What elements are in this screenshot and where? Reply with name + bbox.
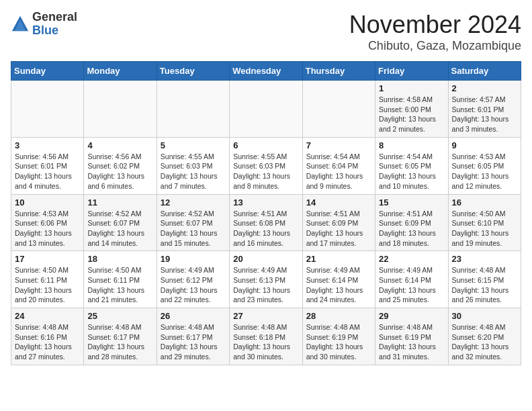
calendar-cell [11,81,84,138]
logo-text: General Blue [32,11,77,38]
day-number: 20 [233,254,298,264]
header-row: SundayMondayTuesdayWednesdayThursdayFrid… [11,62,521,81]
day-info: Sunrise: 4:48 AM Sunset: 6:17 PM Dayligh… [87,322,152,362]
day-info: Sunrise: 4:52 AM Sunset: 6:07 PM Dayligh… [87,209,152,248]
calendar-cell: 9Sunrise: 4:53 AM Sunset: 6:05 PM Daylig… [448,137,521,194]
calendar-cell: 8Sunrise: 4:54 AM Sunset: 6:05 PM Daylig… [375,137,448,194]
calendar-row: 24Sunrise: 4:48 AM Sunset: 6:16 PM Dayli… [11,308,521,365]
day-info: Sunrise: 4:55 AM Sunset: 6:03 PM Dayligh… [233,152,298,191]
day-number: 4 [87,140,152,150]
day-info: Sunrise: 4:48 AM Sunset: 6:16 PM Dayligh… [15,322,80,362]
day-info: Sunrise: 4:51 AM Sunset: 6:09 PM Dayligh… [379,209,444,248]
calendar-cell: 14Sunrise: 4:51 AM Sunset: 6:09 PM Dayli… [302,194,375,251]
calendar-cell: 24Sunrise: 4:48 AM Sunset: 6:16 PM Dayli… [11,308,84,365]
calendar-cell: 21Sunrise: 4:49 AM Sunset: 6:14 PM Dayli… [302,251,375,308]
calendar-row: 17Sunrise: 4:50 AM Sunset: 6:11 PM Dayli… [11,251,521,308]
day-number: 9 [452,140,517,150]
day-info: Sunrise: 4:54 AM Sunset: 6:04 PM Dayligh… [306,152,371,191]
logo-general: General [32,11,77,24]
location-title: Chibuto, Gaza, Mozambique [349,39,521,53]
day-number: 27 [233,311,298,321]
calendar-cell: 12Sunrise: 4:52 AM Sunset: 6:07 PM Dayli… [157,194,229,251]
day-info: Sunrise: 4:50 AM Sunset: 6:11 PM Dayligh… [15,265,80,305]
day-number: 18 [87,254,152,264]
day-number: 28 [306,311,371,321]
calendar-row: 3Sunrise: 4:56 AM Sunset: 6:01 PM Daylig… [11,137,521,194]
day-number: 10 [15,197,80,208]
day-info: Sunrise: 4:53 AM Sunset: 6:05 PM Dayligh… [452,152,517,191]
calendar-cell: 10Sunrise: 4:53 AM Sunset: 6:06 PM Dayli… [11,194,84,251]
calendar-cell: 29Sunrise: 4:48 AM Sunset: 6:19 PM Dayli… [375,308,448,365]
calendar-cell: 7Sunrise: 4:54 AM Sunset: 6:04 PM Daylig… [302,137,375,194]
calendar-cell: 11Sunrise: 4:52 AM Sunset: 6:07 PM Dayli… [84,194,157,251]
day-number: 12 [161,197,226,208]
calendar-cell [84,81,157,138]
day-info: Sunrise: 4:48 AM Sunset: 6:19 PM Dayligh… [306,322,371,362]
day-number: 15 [379,197,444,208]
header-cell-thursday: Thursday [302,62,375,81]
day-number: 13 [233,197,298,208]
day-info: Sunrise: 4:49 AM Sunset: 6:13 PM Dayligh… [233,265,298,305]
calendar-cell: 16Sunrise: 4:50 AM Sunset: 6:10 PM Dayli… [448,194,521,251]
calendar-cell: 3Sunrise: 4:56 AM Sunset: 6:01 PM Daylig… [11,137,84,194]
calendar-cell: 5Sunrise: 4:55 AM Sunset: 6:03 PM Daylig… [157,137,229,194]
day-info: Sunrise: 4:48 AM Sunset: 6:17 PM Dayligh… [161,322,226,362]
calendar-cell: 2Sunrise: 4:57 AM Sunset: 6:01 PM Daylig… [448,81,521,138]
calendar-cell: 23Sunrise: 4:48 AM Sunset: 6:15 PM Dayli… [448,251,521,308]
day-info: Sunrise: 4:57 AM Sunset: 6:01 PM Dayligh… [452,95,517,134]
day-number: 7 [306,140,371,150]
calendar-cell [230,81,302,138]
month-title: November 2024 [349,11,521,39]
day-number: 17 [15,254,80,264]
calendar-cell: 15Sunrise: 4:51 AM Sunset: 6:09 PM Dayli… [375,194,448,251]
day-info: Sunrise: 4:54 AM Sunset: 6:05 PM Dayligh… [379,152,444,191]
day-number: 3 [15,140,80,150]
header-cell-saturday: Saturday [448,62,521,81]
header-cell-friday: Friday [375,62,448,81]
logo: General Blue [11,11,77,38]
day-info: Sunrise: 4:48 AM Sunset: 6:18 PM Dayligh… [233,322,298,362]
calendar-row: 10Sunrise: 4:53 AM Sunset: 6:06 PM Dayli… [11,194,521,251]
calendar-cell [302,81,375,138]
calendar-cell [157,81,229,138]
day-info: Sunrise: 4:50 AM Sunset: 6:11 PM Dayligh… [87,265,152,305]
calendar-table: SundayMondayTuesdayWednesdayThursdayFrid… [11,61,521,365]
calendar-row: 1Sunrise: 4:58 AM Sunset: 6:00 PM Daylig… [11,81,521,138]
calendar-cell: 26Sunrise: 4:48 AM Sunset: 6:17 PM Dayli… [157,308,229,365]
calendar-cell: 19Sunrise: 4:49 AM Sunset: 6:12 PM Dayli… [157,251,229,308]
calendar-cell: 1Sunrise: 4:58 AM Sunset: 6:00 PM Daylig… [375,81,448,138]
day-number: 19 [161,254,226,264]
day-number: 11 [87,197,152,208]
calendar-body: 1Sunrise: 4:58 AM Sunset: 6:00 PM Daylig… [11,81,521,365]
day-number: 2 [452,83,517,93]
day-number: 14 [306,197,371,208]
calendar-header: SundayMondayTuesdayWednesdayThursdayFrid… [11,62,521,81]
day-info: Sunrise: 4:51 AM Sunset: 6:08 PM Dayligh… [233,209,298,248]
day-number: 8 [379,140,444,150]
day-number: 26 [161,311,226,321]
calendar-cell: 18Sunrise: 4:50 AM Sunset: 6:11 PM Dayli… [84,251,157,308]
calendar-cell: 13Sunrise: 4:51 AM Sunset: 6:08 PM Dayli… [230,194,302,251]
day-number: 21 [306,254,371,264]
calendar-cell: 6Sunrise: 4:55 AM Sunset: 6:03 PM Daylig… [230,137,302,194]
day-info: Sunrise: 4:50 AM Sunset: 6:10 PM Dayligh… [452,209,517,248]
calendar-cell: 25Sunrise: 4:48 AM Sunset: 6:17 PM Dayli… [84,308,157,365]
logo-blue: Blue [32,24,77,38]
day-number: 5 [161,140,226,150]
day-info: Sunrise: 4:51 AM Sunset: 6:09 PM Dayligh… [306,209,371,248]
day-number: 29 [379,311,444,321]
day-number: 22 [379,254,444,264]
header-cell-wednesday: Wednesday [230,62,302,81]
header-cell-sunday: Sunday [11,62,84,81]
day-info: Sunrise: 4:48 AM Sunset: 6:19 PM Dayligh… [379,322,444,362]
day-info: Sunrise: 4:48 AM Sunset: 6:15 PM Dayligh… [452,265,517,305]
calendar-cell: 20Sunrise: 4:49 AM Sunset: 6:13 PM Dayli… [230,251,302,308]
day-info: Sunrise: 4:52 AM Sunset: 6:07 PM Dayligh… [161,209,226,248]
calendar-cell: 17Sunrise: 4:50 AM Sunset: 6:11 PM Dayli… [11,251,84,308]
title-section: November 2024 Chibuto, Gaza, Mozambique [349,11,521,53]
day-info: Sunrise: 4:49 AM Sunset: 6:14 PM Dayligh… [306,265,371,305]
day-number: 6 [233,140,298,150]
day-info: Sunrise: 4:53 AM Sunset: 6:06 PM Dayligh… [15,209,80,248]
calendar-cell: 22Sunrise: 4:49 AM Sunset: 6:14 PM Dayli… [375,251,448,308]
day-info: Sunrise: 4:56 AM Sunset: 6:01 PM Dayligh… [15,152,80,191]
